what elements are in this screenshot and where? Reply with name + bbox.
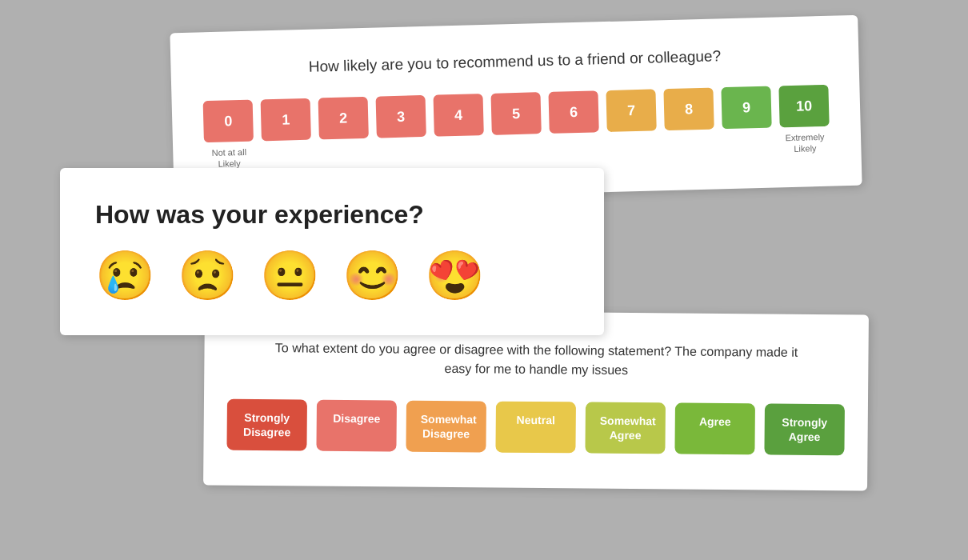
- nps-item-4: 4: [434, 94, 484, 137]
- agree-btn-3[interactable]: Neutral: [495, 402, 576, 454]
- emoji-row: 😢😟😐😊😍: [95, 252, 569, 300]
- nps-item-7: 7: [606, 89, 656, 132]
- agree-btn-6[interactable]: Strongly Agree: [764, 403, 845, 455]
- nps-item-2: 2: [318, 97, 369, 140]
- nps-item-10: 10Extremely Likely: [778, 85, 830, 155]
- agree-btn-2[interactable]: Somewhat Disagree: [406, 401, 486, 453]
- nps-label-high: Extremely Likely: [780, 131, 830, 155]
- nps-btn-10[interactable]: 10: [778, 85, 829, 128]
- nps-item-8: 8: [663, 88, 714, 131]
- nps-item-6: 6: [548, 90, 598, 134]
- nps-item-1: 1: [261, 98, 311, 142]
- agree-scale: Strongly DisagreeDisagreeSomewhat Disagr…: [235, 399, 836, 456]
- agree-btn-4[interactable]: Somewhat Agree: [585, 402, 666, 454]
- agree-card: To what extent do you agree or disagree …: [203, 309, 869, 491]
- emoji-face-2[interactable]: 😐: [260, 252, 320, 300]
- agree-btn-0[interactable]: Strongly Disagree: [226, 399, 307, 451]
- emoji-face-3[interactable]: 😊: [342, 252, 402, 300]
- nps-item-0: 0Not at all Likely: [203, 100, 254, 170]
- nps-item-3: 3: [376, 95, 426, 138]
- nps-btn-2[interactable]: 2: [318, 97, 369, 140]
- nps-question: How likely are you to recommend us to a …: [202, 45, 826, 78]
- nps-btn-8[interactable]: 8: [663, 88, 714, 131]
- agree-btn-1[interactable]: Disagree: [316, 400, 397, 452]
- emoji-question: How was your experience?: [95, 200, 569, 230]
- emoji-card: How was your experience? 😢😟😐😊😍: [60, 168, 604, 335]
- nps-btn-5[interactable]: 5: [490, 92, 541, 135]
- nps-item-5: 5: [490, 92, 541, 135]
- nps-btn-6[interactable]: 6: [548, 90, 598, 134]
- nps-scale: 0Not at all Likely12345678910Extremely L…: [204, 85, 830, 170]
- nps-btn-7[interactable]: 7: [606, 89, 656, 132]
- nps-label-low: Not at all Likely: [211, 146, 246, 170]
- nps-btn-3[interactable]: 3: [376, 95, 426, 138]
- nps-btn-4[interactable]: 4: [434, 94, 484, 137]
- emoji-face-4[interactable]: 😍: [425, 252, 485, 300]
- nps-btn-9[interactable]: 9: [721, 86, 771, 130]
- emoji-face-0[interactable]: 😢: [95, 252, 155, 300]
- nps-item-9: 9: [721, 86, 771, 130]
- emoji-face-1[interactable]: 😟: [178, 252, 238, 300]
- scene: How likely are you to recommend us to a …: [44, 16, 924, 544]
- agree-btn-5[interactable]: Agree: [674, 403, 755, 455]
- nps-btn-1[interactable]: 1: [261, 98, 311, 142]
- nps-btn-0[interactable]: 0: [203, 100, 254, 143]
- agree-question: To what extent do you agree or disagree …: [264, 338, 808, 382]
